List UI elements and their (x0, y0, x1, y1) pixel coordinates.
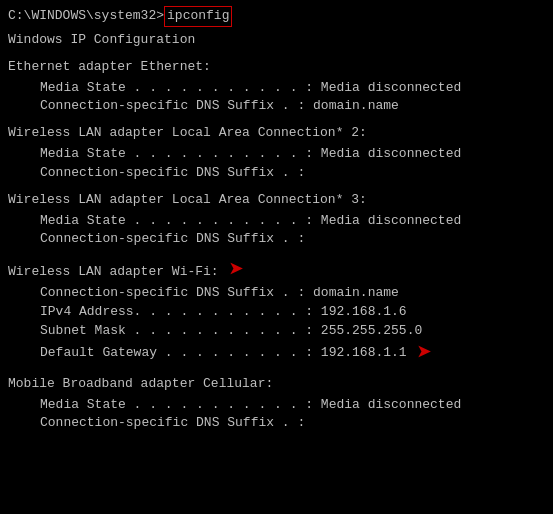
command-text: ipconfig (164, 6, 232, 27)
cellular-title: Mobile Broadband adapter Cellular: (8, 375, 545, 394)
wlan2-line-1: Connection-specific DNS Suffix . : (40, 164, 545, 183)
wlan3-content: Media State . . . . . . . . . . . : Medi… (8, 212, 545, 250)
gateway-row: Default Gateway . . . . . . . . . : 192.… (40, 341, 545, 367)
wifi-arrow-icon: ➤ (229, 258, 245, 284)
wlan2-content: Media State . . . . . . . . . . . : Medi… (8, 145, 545, 183)
wifi-title: Wireless LAN adapter Wi-Fi: (8, 263, 219, 282)
terminal-window: C:\WINDOWS\system32>ipconfig Windows IP … (8, 6, 545, 433)
wlan2-title: Wireless LAN adapter Local Area Connecti… (8, 124, 545, 143)
cellular-line-0: Media State . . . . . . . . . . . : Medi… (40, 396, 545, 415)
wifi-title-row: Wireless LAN adapter Wi-Fi: ➤ (8, 257, 545, 284)
gateway-text: Default Gateway . . . . . . . . . : 192.… (40, 344, 407, 363)
ethernet-content: Media State . . . . . . . . . . . : Medi… (8, 79, 545, 117)
wifi-line-1: IPv4 Address. . . . . . . . . . . : 192.… (40, 303, 545, 322)
ethernet-line-1: Connection-specific DNS Suffix . : domai… (40, 97, 545, 116)
wlan3-line-1: Connection-specific DNS Suffix . : (40, 230, 545, 249)
prompt: C:\WINDOWS\system32> (8, 7, 164, 26)
wlan3-title: Wireless LAN adapter Local Area Connecti… (8, 191, 545, 210)
gateway-arrow-icon: ➤ (417, 341, 433, 367)
wlan2-line-0: Media State . . . . . . . . . . . : Medi… (40, 145, 545, 164)
cellular-content: Media State . . . . . . . . . . . : Medi… (8, 396, 545, 434)
ip-config-header: Windows IP Configuration (8, 31, 545, 50)
cellular-line-1: Connection-specific DNS Suffix . : (40, 414, 545, 433)
command-line: C:\WINDOWS\system32>ipconfig (8, 6, 545, 27)
wifi-line-2: Subnet Mask . . . . . . . . . . . : 255.… (40, 322, 545, 341)
wifi-line-0: Connection-specific DNS Suffix . : domai… (40, 284, 545, 303)
ethernet-title: Ethernet adapter Ethernet: (8, 58, 545, 77)
ethernet-line-0: Media State . . . . . . . . . . . : Medi… (40, 79, 545, 98)
wlan3-line-0: Media State . . . . . . . . . . . : Medi… (40, 212, 545, 231)
wifi-content: Connection-specific DNS Suffix . : domai… (8, 284, 545, 367)
